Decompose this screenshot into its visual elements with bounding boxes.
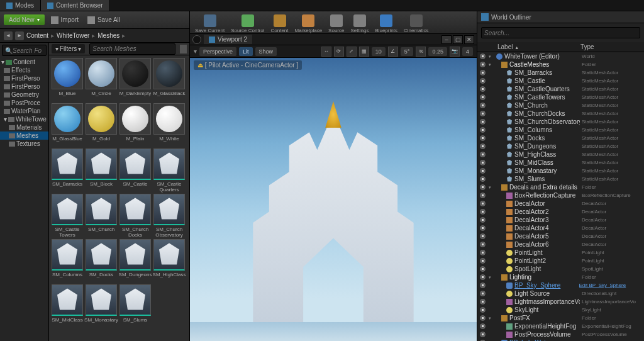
outliner-row[interactable]: SM_CastleQuartersStaticMeshActor bbox=[477, 85, 644, 93]
visibility-icon[interactable] bbox=[480, 315, 486, 321]
camera-speed-value[interactable]: 4 bbox=[462, 47, 473, 56]
asset-tile[interactable]: SM_Barracks bbox=[52, 148, 83, 193]
visibility-icon[interactable] bbox=[480, 291, 486, 296]
outliner-row[interactable]: PostProcessVolumePostProcessVolume bbox=[477, 330, 644, 338]
visibility-icon[interactable] bbox=[480, 160, 486, 165]
visibility-icon[interactable] bbox=[480, 307, 486, 313]
outliner-row[interactable]: DecalActor5DecalActor bbox=[477, 232, 644, 240]
asset-tile[interactable]: SM_Castle Quarters bbox=[153, 148, 185, 193]
outliner-row[interactable]: ▾Decals and Extra detailsFolder bbox=[477, 183, 644, 191]
visibility-icon[interactable] bbox=[480, 70, 486, 75]
asset-search[interactable] bbox=[89, 43, 175, 55]
asset-tile[interactable]: M_DarkEmpty bbox=[119, 58, 151, 102]
tree-item[interactable]: Textures bbox=[0, 140, 48, 148]
outliner-row[interactable]: Light SourceDirectionalLight bbox=[477, 289, 644, 298]
outliner-row[interactable]: SM_ChurchObservatoryStaticMeshActor bbox=[477, 118, 644, 126]
outliner-row[interactable]: DecalActor3DecalActor bbox=[477, 216, 644, 224]
visibility-icon[interactable] bbox=[480, 103, 486, 108]
toolbar-settings-button[interactable]: Settings bbox=[350, 14, 369, 33]
scale-snap-value[interactable]: 0.25 bbox=[428, 47, 447, 56]
add-new-button[interactable]: Add New bbox=[4, 14, 45, 25]
toolbar-content-button[interactable]: Content bbox=[271, 14, 289, 33]
asset-tile[interactable]: SM_Docks bbox=[86, 239, 117, 283]
outliner-row[interactable]: BoxReflectionCaptureBoxReflectionCapture bbox=[477, 191, 644, 199]
toolbar-blueprints-button[interactable]: Blueprints bbox=[375, 14, 397, 33]
camera-speed-icon[interactable]: 📷 bbox=[450, 47, 460, 57]
outliner-row[interactable]: ▾CastleMeshesFolder bbox=[477, 60, 644, 69]
col-label[interactable]: Label ▲ bbox=[497, 43, 580, 50]
asset-tile[interactable]: SM_Church Observatory bbox=[153, 194, 185, 238]
minimize-button[interactable]: – bbox=[441, 35, 452, 44]
outliner-row[interactable]: SM_MonastaryStaticMeshActor bbox=[477, 167, 644, 175]
lit-button[interactable]: Lit bbox=[239, 47, 253, 56]
asset-tile[interactable]: SM_Castle bbox=[119, 148, 151, 193]
col-type[interactable]: Type bbox=[580, 43, 640, 50]
crumb##2[interactable]: Meshes bbox=[97, 32, 119, 39]
toolbar-source-control-button[interactable]: Source Control bbox=[231, 14, 264, 33]
visibility-icon[interactable] bbox=[480, 111, 486, 116]
translate-icon[interactable]: ↔ bbox=[321, 47, 331, 57]
asset-tile[interactable]: SM_HighClass bbox=[153, 239, 185, 283]
save-assets-icon[interactable] bbox=[180, 45, 187, 53]
outliner-row[interactable]: PointLightPointLight bbox=[477, 249, 644, 257]
outliner-row[interactable]: SM_CastleStaticMeshActor bbox=[477, 77, 644, 85]
visibility-icon[interactable] bbox=[480, 274, 486, 280]
asset-tile[interactable]: M_GlassBlue bbox=[52, 103, 83, 147]
asset-tile[interactable]: SM_MidClass bbox=[52, 284, 83, 328]
maximize-button[interactable]: ▢ bbox=[453, 35, 463, 44]
visibility-icon[interactable] bbox=[480, 94, 486, 100]
asset-tile[interactable]: M_Circle bbox=[86, 58, 117, 102]
viewport-tab[interactable]: Viewport 2 bbox=[204, 35, 252, 44]
outliner-row[interactable]: ▾LightingFolder bbox=[477, 273, 644, 281]
visibility-icon[interactable] bbox=[480, 135, 486, 141]
grid-snap-value[interactable]: 10 bbox=[372, 47, 386, 56]
visibility-icon[interactable] bbox=[480, 209, 486, 215]
outliner-search-input[interactable] bbox=[484, 30, 637, 36]
visibility-icon[interactable] bbox=[480, 152, 486, 157]
visibility-icon[interactable] bbox=[480, 143, 486, 149]
outliner-row[interactable]: SM_HighClassStaticMeshActor bbox=[477, 150, 644, 159]
asset-tile[interactable]: M_GlassBlack bbox=[153, 58, 185, 102]
filters-button[interactable]: ▾ Filters ▾ bbox=[52, 44, 85, 53]
viewport[interactable]: ⏏ [ Pilot Active - CineCameraActor ] bbox=[190, 58, 477, 341]
outliner-row[interactable]: DecalActorDecalActor bbox=[477, 199, 644, 208]
outliner-row[interactable]: SM_DocksStaticMeshActor bbox=[477, 134, 644, 142]
visibility-icon[interactable] bbox=[480, 242, 486, 247]
visibility-icon[interactable] bbox=[480, 168, 486, 174]
asset-tile[interactable]: SM_Church Docks bbox=[119, 194, 151, 238]
asset-tile[interactable]: M_Gold bbox=[86, 103, 117, 147]
visibility-icon[interactable] bbox=[480, 119, 486, 125]
outliner-row[interactable]: DecalActor6DecalActor bbox=[477, 240, 644, 249]
visibility-icon[interactable] bbox=[480, 86, 486, 92]
tree-search-input[interactable] bbox=[13, 47, 49, 54]
show-button[interactable]: Show bbox=[255, 47, 277, 56]
tree-item[interactable]: FirstPerso bbox=[0, 74, 48, 82]
tree-item[interactable]: PostProce bbox=[0, 99, 48, 107]
visibility-icon[interactable] bbox=[480, 250, 486, 255]
toolbar-source-button[interactable]: Source bbox=[328, 14, 344, 33]
save-all-button[interactable]: Save All bbox=[85, 15, 123, 25]
outliner-row[interactable]: SkyLightSkyLight bbox=[477, 306, 644, 314]
tab-content-browser[interactable]: Content Browser bbox=[41, 0, 109, 11]
asset-tile[interactable]: SM_Castle Towers bbox=[52, 194, 83, 238]
visibility-icon[interactable] bbox=[480, 184, 486, 190]
toolbar-marketplace-button[interactable]: Marketplace bbox=[295, 14, 323, 33]
visibility-icon[interactable] bbox=[480, 217, 486, 223]
rotate-icon[interactable]: ⟳ bbox=[334, 47, 344, 57]
angle-snap-icon[interactable]: ∠ bbox=[388, 47, 398, 57]
tree-search[interactable]: 🔍 bbox=[2, 45, 47, 56]
visibility-icon[interactable] bbox=[480, 127, 486, 133]
nav-fwd-button[interactable]: ► bbox=[15, 31, 24, 40]
asset-tile[interactable]: SM_Slums bbox=[119, 284, 151, 328]
expand-icon[interactable]: ▾ bbox=[487, 316, 492, 321]
tree-item[interactable]: ▾ Content bbox=[0, 58, 48, 66]
outliner-row[interactable]: ▾WhiteTower (Editor)World bbox=[477, 52, 644, 60]
outliner-row[interactable]: BP_Sky_SphereEdit BP_Sky_Sphere bbox=[477, 281, 644, 289]
expand-icon[interactable]: ▾ bbox=[487, 185, 492, 190]
asset-tile[interactable]: M_White bbox=[153, 103, 185, 147]
visibility-icon[interactable] bbox=[480, 282, 486, 288]
expand-icon[interactable]: ▾ bbox=[487, 275, 492, 280]
outliner-row[interactable]: SM_ChurchStaticMeshActor bbox=[477, 101, 644, 109]
angle-snap-value[interactable]: 5° bbox=[401, 47, 414, 56]
outliner-row[interactable]: SM_ChurchDocksStaticMeshActor bbox=[477, 109, 644, 118]
